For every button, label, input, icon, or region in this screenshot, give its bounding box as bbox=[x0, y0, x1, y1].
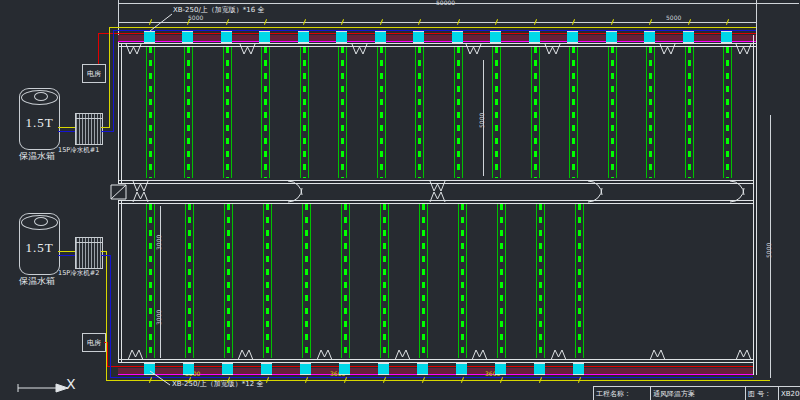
door-break-icon bbox=[128, 350, 143, 360]
door-swing-icon bbox=[588, 188, 602, 202]
door-swing-icon bbox=[730, 188, 744, 202]
corridor-end-door bbox=[111, 185, 126, 199]
door-break-icon bbox=[430, 192, 445, 202]
door-break-icon bbox=[133, 181, 148, 191]
door-swing-icon bbox=[288, 188, 302, 202]
leader-line bbox=[150, 14, 172, 31]
door-swing-icon bbox=[288, 181, 302, 195]
door-break-icon bbox=[736, 350, 751, 360]
door-break-icon bbox=[238, 350, 253, 360]
cad-drawing-canvas[interactable]: 50000 5000 5000 3600 3600 3600 5000 3000… bbox=[0, 0, 800, 400]
door-break-icon bbox=[545, 44, 560, 54]
door-break-icon bbox=[430, 181, 445, 191]
annotation-layer bbox=[0, 0, 800, 400]
door-break-icon bbox=[133, 192, 148, 202]
door-break-icon bbox=[660, 44, 675, 54]
door-break-icon bbox=[472, 350, 487, 360]
door-swing-icon bbox=[588, 181, 602, 195]
door-swing-icon bbox=[730, 181, 744, 195]
door-break-icon bbox=[466, 44, 481, 54]
door-break-icon bbox=[736, 44, 751, 54]
axis-x-arrow-icon bbox=[18, 384, 56, 392]
door-break-icon bbox=[352, 44, 367, 54]
axis-x-arrowhead-icon bbox=[56, 384, 68, 392]
door-break-icon bbox=[551, 350, 566, 360]
door-break-icon bbox=[395, 350, 410, 360]
door-break-icon bbox=[650, 350, 665, 360]
door-break-icon bbox=[317, 350, 332, 360]
door-break-icon bbox=[126, 44, 141, 54]
door-break-icon bbox=[240, 44, 255, 54]
leader-line bbox=[150, 371, 170, 385]
